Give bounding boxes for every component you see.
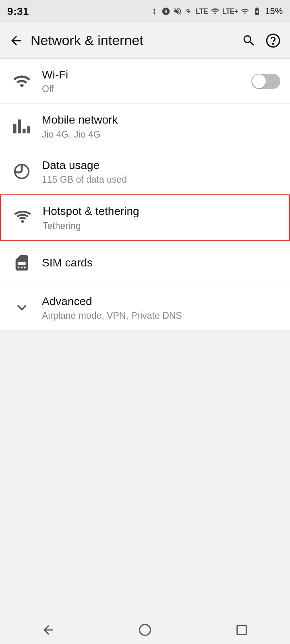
- data-usage-icon-container: [10, 162, 34, 181]
- help-button[interactable]: [263, 30, 284, 51]
- mobile-network-item[interactable]: Mobile network Jio 4G, Jio 4G: [0, 104, 290, 149]
- svg-rect-4: [237, 625, 246, 634]
- chevron-down-icon: [12, 298, 31, 317]
- svg-point-1: [273, 43, 273, 44]
- mobile-network-text: Mobile network Jio 4G, Jio 4G: [42, 113, 280, 140]
- hotspot-icon-container: [10, 208, 35, 227]
- toggle-divider: [243, 69, 243, 93]
- wifi-action: [243, 69, 280, 93]
- signal-icon: [12, 117, 31, 136]
- hotspot-tethering-title: Hotspot & tethering: [43, 204, 280, 219]
- nav-recents-button[interactable]: [226, 618, 258, 642]
- toggle-knob: [252, 74, 266, 88]
- chevron-down-icon-container: [10, 298, 34, 317]
- data-usage-text: Data usage 115 GB of data used: [42, 158, 280, 185]
- wifi-icon: [12, 72, 31, 91]
- advanced-subtitle: Airplane mode, VPN, Private DNS: [42, 310, 280, 321]
- wifi-item[interactable]: Wi-Fi Off: [0, 59, 290, 104]
- sim-icon-container: [10, 254, 34, 272]
- hotspot-tethering-item[interactable]: Hotspot & tethering Tethering: [0, 194, 290, 241]
- sim-icon: [12, 254, 31, 272]
- advanced-item[interactable]: Advanced Airplane mode, VPN, Private DNS: [0, 285, 290, 330]
- hotspot-tethering-text: Hotspot & tethering Tethering: [43, 204, 280, 231]
- drive-icon: [162, 7, 170, 16]
- data-usage-title: Data usage: [42, 158, 280, 173]
- search-button[interactable]: [238, 30, 259, 51]
- navigation-bar: [0, 615, 290, 644]
- lte2-label: LTE+: [222, 7, 238, 16]
- back-button[interactable]: [6, 31, 26, 50]
- battery-icon: [252, 7, 262, 16]
- data-usage-item[interactable]: Data usage 115 GB of data used: [0, 149, 290, 194]
- battery-level: 15%: [265, 6, 283, 17]
- sim-cards-text: SIM cards: [42, 256, 280, 270]
- app-bar: Network & internet: [0, 23, 290, 59]
- wifi-title: Wi-Fi: [42, 68, 243, 82]
- app-bar-actions: [238, 30, 284, 51]
- wifi-toggle[interactable]: [251, 74, 280, 89]
- svg-point-3: [140, 624, 151, 635]
- data-usage-icon: [12, 162, 31, 181]
- signal-bars-icon: [211, 7, 220, 16]
- nav-home-button[interactable]: [129, 618, 161, 642]
- usb-icon: [150, 7, 159, 16]
- page-title: Network & internet: [31, 33, 238, 48]
- nav-back-button[interactable]: [32, 618, 64, 642]
- status-icons: LTE LTE+ 15%: [150, 6, 283, 17]
- advanced-text: Advanced Airplane mode, VPN, Private DNS: [42, 294, 280, 321]
- hotspot-icon: [13, 208, 32, 227]
- settings-list: Wi-Fi Off Mobile network Jio 4G, Jio 4G: [0, 59, 290, 330]
- time-display: 9:31: [7, 5, 29, 18]
- mobile-network-title: Mobile network: [42, 113, 280, 127]
- signal-bar-icon: [185, 7, 193, 16]
- signal-icon-container: [10, 117, 34, 136]
- advanced-title: Advanced: [42, 294, 280, 309]
- signal-bars2-icon: [241, 7, 249, 16]
- lte-label: LTE: [196, 7, 208, 16]
- wifi-text: Wi-Fi Off: [42, 68, 243, 95]
- mute-icon: [173, 7, 182, 16]
- wifi-subtitle: Off: [42, 84, 243, 95]
- status-bar: 9:31 LTE LTE+ 15%: [0, 0, 290, 23]
- mobile-network-subtitle: Jio 4G, Jio 4G: [42, 129, 280, 140]
- hotspot-tethering-subtitle: Tethering: [43, 221, 280, 231]
- data-usage-subtitle: 115 GB of data used: [42, 174, 280, 185]
- wifi-icon-container: [10, 72, 34, 91]
- sim-cards-item[interactable]: SIM cards: [0, 241, 290, 285]
- sim-cards-title: SIM cards: [42, 256, 280, 270]
